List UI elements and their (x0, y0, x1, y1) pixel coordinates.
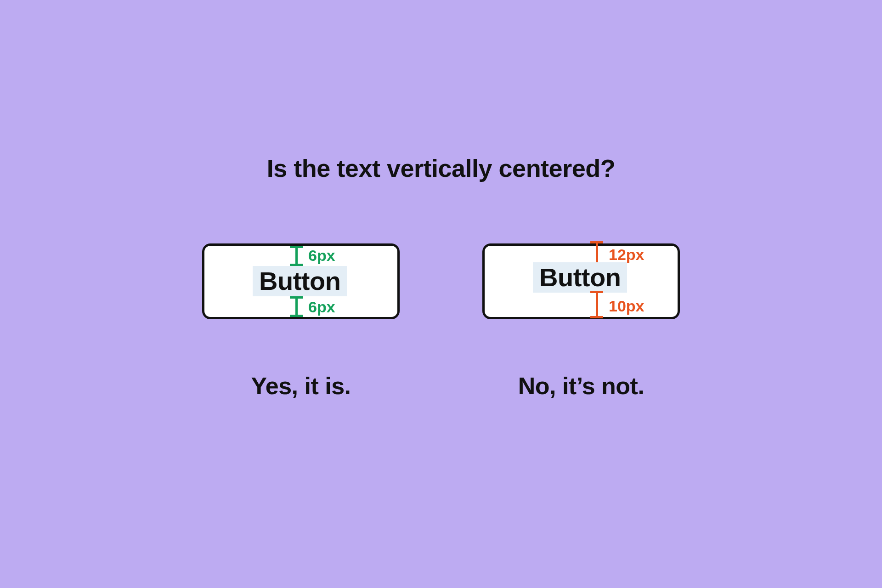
measure-top-label: 12px (609, 246, 645, 264)
measure-bottom-label: 10px (609, 297, 645, 315)
example-columns: 6px Button 6px Yes, it is. 12px Button (110, 243, 772, 400)
example-no: 12px Button 10px No, it’s not. (482, 243, 680, 400)
diagram-canvas: Is the text vertically centered? 6px But… (110, 74, 772, 514)
button-example-offset: 12px Button 10px (482, 243, 680, 319)
button-example-centered: 6px Button 6px (202, 243, 400, 319)
button-label: Button (533, 262, 627, 293)
measure-top-label: 6px (308, 247, 335, 265)
measure-bottom-icon: 10px (590, 291, 603, 318)
button-label: Button (253, 266, 347, 296)
caption-no: No, it’s not. (518, 372, 645, 400)
example-yes: 6px Button 6px Yes, it is. (202, 243, 400, 400)
measure-top-icon: 6px (290, 246, 303, 266)
measure-bottom-icon: 6px (290, 296, 303, 317)
caption-yes: Yes, it is. (251, 372, 351, 400)
diagram-heading: Is the text vertically centered? (110, 154, 772, 182)
measure-bottom-label: 6px (308, 298, 335, 316)
